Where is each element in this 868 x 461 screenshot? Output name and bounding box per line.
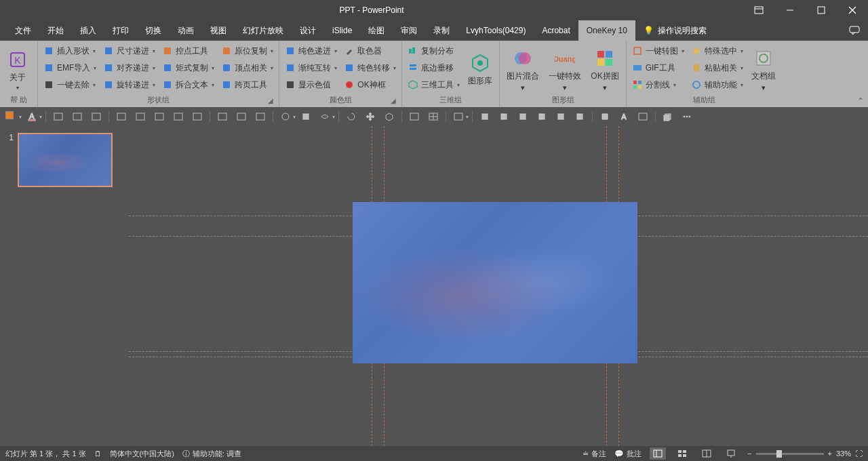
- cube-icon[interactable]: [380, 109, 398, 124]
- t5-icon[interactable]: [552, 109, 570, 124]
- t6-icon[interactable]: [571, 109, 589, 124]
- cmd-原位复制[interactable]: 原位复制▾: [218, 43, 276, 59]
- normal-view-icon[interactable]: [650, 447, 666, 460]
- language-status[interactable]: 简体中文(中国大陆): [110, 449, 174, 459]
- same-height-icon[interactable]: [233, 109, 250, 124]
- dialog-launcher-color[interactable]: ◢: [391, 97, 399, 105]
- crop-icon[interactable]: [297, 109, 315, 124]
- cmd-OK神框[interactable]: OK神框: [341, 77, 399, 93]
- cmd-特殊选中[interactable]: 特殊选中▾: [688, 43, 746, 59]
- zoom-out-button[interactable]: −: [747, 449, 751, 458]
- slide-canvas[interactable]: [129, 126, 868, 446]
- tab-审阅[interactable]: 审阅: [393, 20, 425, 41]
- more-icon[interactable]: [678, 109, 696, 124]
- cmd-尺寸递进[interactable]: 尺寸递进▾: [100, 43, 158, 59]
- distribute-h-icon[interactable]: [170, 109, 187, 124]
- tab-幻灯片放映[interactable]: 幻灯片放映: [235, 20, 292, 41]
- send-back-icon[interactable]: A: [615, 109, 633, 124]
- format-icon[interactable]: [450, 109, 467, 124]
- tab-动画[interactable]: 动画: [170, 20, 202, 41]
- fit-to-window-icon[interactable]: ⛶: [855, 449, 863, 458]
- align-left-icon[interactable]: [50, 109, 67, 124]
- table-icon[interactable]: [425, 109, 442, 124]
- cmd-纯色转移[interactable]: 纯色转移▾: [341, 60, 399, 76]
- tab-视图[interactable]: 视图: [202, 20, 235, 41]
- layers-icon[interactable]: [659, 109, 677, 124]
- zoom-level[interactable]: 33%: [836, 449, 851, 458]
- cmd-旋转递进[interactable]: 旋转递进▾: [100, 77, 158, 93]
- cmd-辅助功能[interactable]: 辅助功能▾: [688, 77, 746, 93]
- t2-icon[interactable]: [495, 109, 513, 124]
- about-button[interactable]: K 关于▾: [3, 43, 33, 95]
- tab-OneKey 10[interactable]: OneKey 10: [578, 20, 635, 41]
- tab-录制[interactable]: 录制: [425, 20, 458, 41]
- cmd-跨页工具[interactable]: 跨页工具: [218, 77, 276, 93]
- cmd-一键去除[interactable]: 一键去除▾: [41, 77, 99, 93]
- slide-counter[interactable]: 幻灯片 第 1 张， 共 1 张: [5, 449, 86, 459]
- image-blend-button[interactable]: 图片混合▾: [502, 43, 543, 95]
- cmd-底边垂移[interactable]: 底边垂移: [405, 60, 462, 76]
- collapse-ribbon-icon[interactable]: ⌃: [857, 96, 864, 106]
- cmd-拆合文本[interactable]: 拆合文本▾: [159, 77, 217, 93]
- accessibility-status[interactable]: ⓘ 辅助功能: 调查: [182, 449, 241, 459]
- same-width-icon[interactable]: [214, 109, 231, 124]
- close-button[interactable]: [837, 0, 868, 20]
- spellcheck-icon[interactable]: 🗒: [94, 449, 102, 458]
- t3-icon[interactable]: [514, 109, 532, 124]
- one-click-fx-button[interactable]: Duang一键特效▾: [545, 43, 585, 95]
- align-right-icon[interactable]: [87, 109, 105, 124]
- cmd-纯色递进[interactable]: 纯色递进▾: [282, 43, 340, 59]
- align-top-icon[interactable]: [113, 109, 130, 124]
- tab-开始[interactable]: 开始: [39, 20, 72, 41]
- align-center-icon[interactable]: [68, 109, 86, 124]
- flower-icon[interactable]: [361, 109, 379, 124]
- tab-打印[interactable]: 打印: [104, 20, 137, 41]
- align-bottom-icon[interactable]: [151, 109, 168, 124]
- t4-icon[interactable]: [533, 109, 551, 124]
- maximize-button[interactable]: [806, 0, 837, 20]
- cmd-顶点相关[interactable]: 顶点相关▾: [218, 60, 276, 76]
- rotate-icon[interactable]: [342, 109, 360, 124]
- ok-puzzle-button[interactable]: OK拼图▾: [587, 43, 623, 95]
- cmd-插入形状[interactable]: 插入形状▾: [41, 43, 99, 59]
- cmd-显示色值[interactable]: 显示色值: [282, 77, 340, 93]
- cmd-EMF导入[interactable]: EMF导入▾: [41, 60, 99, 76]
- minimize-button[interactable]: [774, 0, 806, 20]
- tab-iSlide[interactable]: iSlide: [324, 20, 360, 41]
- cmd-复制分布[interactable]: 复制分布: [405, 43, 462, 59]
- zoom-slider[interactable]: [756, 453, 824, 455]
- cmd-渐纯互转[interactable]: 渐纯互转▾: [282, 60, 340, 76]
- cmd-取色器[interactable]: 取色器: [341, 43, 399, 59]
- tab-切换[interactable]: 切换: [137, 20, 170, 41]
- font-color-button[interactable]: A: [23, 109, 41, 124]
- sorter-view-icon[interactable]: [674, 447, 690, 460]
- cmd-矩式复制[interactable]: 矩式复制▾: [159, 60, 217, 76]
- shape-gallery-button[interactable]: 图形库: [464, 43, 496, 95]
- dialog-launcher-shape[interactable]: ◢: [268, 97, 276, 105]
- shape-tool-icon[interactable]: [277, 109, 294, 124]
- tell-me-search[interactable]: 💡操作说明搜索: [635, 20, 715, 41]
- ribbon-display-options-icon[interactable]: [743, 0, 774, 20]
- textbox-icon[interactable]: [406, 109, 423, 124]
- bring-front-icon[interactable]: [596, 109, 614, 124]
- group-icon[interactable]: [634, 109, 652, 124]
- cmd-粘贴相关[interactable]: 粘贴相关▾: [688, 60, 746, 76]
- doc-group-button[interactable]: 文档组▾: [747, 43, 780, 95]
- cmd-三维工具[interactable]: 三维工具▾: [405, 77, 462, 93]
- comments-pane-icon[interactable]: [841, 20, 868, 41]
- tab-Acrobat[interactable]: Acrobat: [534, 20, 578, 41]
- merge-icon[interactable]: [316, 109, 334, 124]
- align-middle-icon[interactable]: [132, 109, 149, 124]
- slide-thumbnail-1[interactable]: [18, 133, 113, 187]
- cmd-GIF工具[interactable]: GIF工具: [629, 60, 687, 76]
- tab-文件[interactable]: 文件: [7, 20, 39, 41]
- reading-view-icon[interactable]: [698, 447, 715, 460]
- cmd-对齐递进[interactable]: 对齐递进▾: [100, 60, 158, 76]
- distribute-v-icon[interactable]: [189, 109, 206, 124]
- cmd-一键转图[interactable]: 一键转图▾: [629, 43, 687, 59]
- t1-icon[interactable]: [476, 109, 494, 124]
- notes-button[interactable]: ≐ 备注: [583, 449, 606, 459]
- same-size-icon[interactable]: [252, 109, 269, 124]
- tab-LvyhTools(0429)[interactable]: LvyhTools(0429): [458, 20, 534, 41]
- tab-插入[interactable]: 插入: [72, 20, 104, 41]
